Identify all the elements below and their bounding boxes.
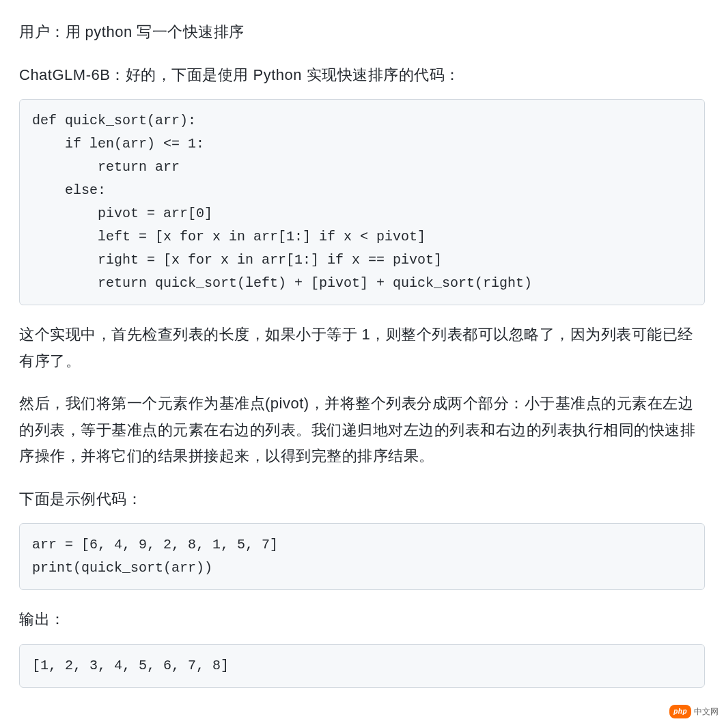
watermark-badge: php <box>669 705 691 718</box>
explanation-paragraph-1: 这个实现中，首先检查列表的长度，如果小于等于 1，则整个列表都可以忽略了，因为列… <box>19 322 705 374</box>
code-block-output[interactable]: [1, 2, 3, 4, 5, 6, 7, 8] <box>19 644 705 688</box>
explanation-paragraph-2: 然后，我们将第一个元素作为基准点(pivot)，并将整个列表分成两个部分：小于基… <box>19 391 705 470</box>
watermark: php 中文网 <box>669 705 719 719</box>
output-label: 输出： <box>19 606 705 633</box>
code-block-quicksort[interactable]: def quick_sort(arr): if len(arr) <= 1: r… <box>19 99 705 305</box>
user-message: 用户：用 python 写一个快速排序 <box>19 19 705 46</box>
bot-message-intro: ChatGLM-6B：好的，下面是使用 Python 实现快速排序的代码： <box>19 62 705 89</box>
code-block-example[interactable]: arr = [6, 4, 9, 2, 8, 1, 5, 7] print(qui… <box>19 523 705 590</box>
example-label: 下面是示例代码： <box>19 486 705 513</box>
watermark-text: 中文网 <box>694 705 719 719</box>
